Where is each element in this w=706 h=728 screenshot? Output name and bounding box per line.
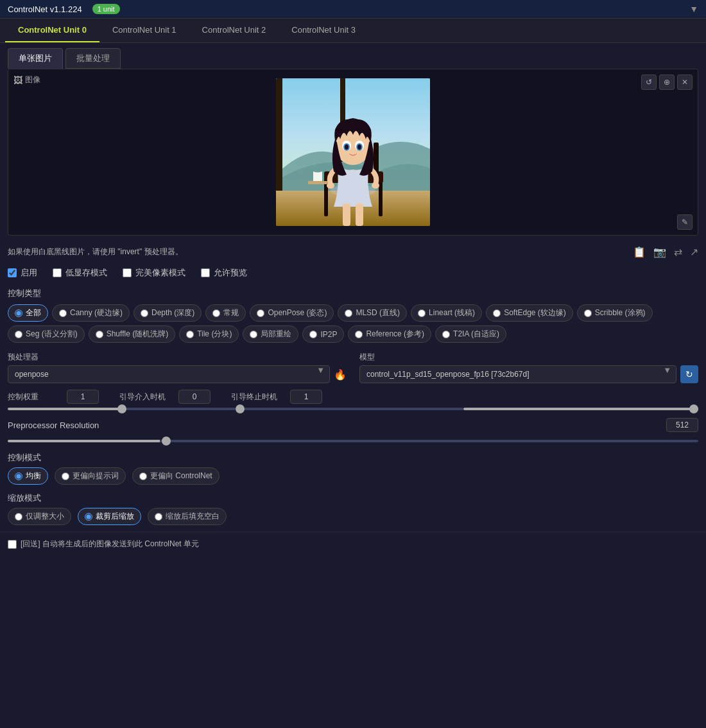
tab-unit-0[interactable]: ControlNet Unit 0: [5, 19, 99, 42]
resize-mode-crop[interactable]: 裁剪后缩放: [78, 508, 141, 525]
control-type-t2ia[interactable]: T2IA (自适应): [435, 325, 506, 343]
control-weight-value[interactable]: 1: [67, 390, 99, 404]
resize-mode-just-resize[interactable]: 仅调整大小: [8, 508, 71, 525]
tab-unit-2[interactable]: ControlNet Unit 2: [189, 19, 279, 42]
paste-icon[interactable]: 📋: [633, 246, 646, 258]
preprocessor-label: 预处理器: [8, 352, 347, 363]
low-vram-input[interactable]: [53, 268, 62, 277]
control-mode-balanced[interactable]: 均衡: [8, 467, 48, 485]
footer-divider: [0, 532, 706, 532]
guidance-end-slider[interactable]: [463, 408, 698, 410]
svg-point-17: [345, 144, 349, 150]
model-group: 模型 control_v11p_sd15_openpose_fp16 [73c2…: [359, 352, 698, 383]
sub-tab-batch[interactable]: 批量处理: [65, 48, 121, 69]
unit-badge: 1 unit: [92, 4, 120, 14]
allow-preview-checkbox[interactable]: 允许预览: [201, 267, 247, 279]
control-type-inpaint[interactable]: 局部重绘: [243, 325, 298, 343]
guidance-end-label: 引导终止时机: [231, 392, 282, 403]
rotate-icon[interactable]: ↺: [641, 74, 657, 90]
image-label: 🖼 图像: [13, 74, 40, 85]
preprocessor-select-wrap: openpose ▼ 🔥: [8, 365, 347, 383]
control-type-shuffle[interactable]: Shuffle (随机洗牌): [89, 325, 175, 343]
allow-preview-input[interactable]: [201, 268, 210, 277]
model-select[interactable]: control_v11p_sd15_openpose_fp16 [73c2b67…: [359, 365, 676, 383]
guidance-start-value[interactable]: 0: [178, 390, 211, 404]
camera2-icon[interactable]: 📷: [653, 246, 666, 258]
loopback-label: [回送] 自动将生成后的图像发送到此 ControlNet 单元: [21, 539, 199, 550]
enable-checkbox[interactable]: 启用: [8, 267, 37, 279]
tab-unit-3[interactable]: ControlNet Unit 3: [279, 19, 368, 42]
control-type-softedge[interactable]: SoftEdge (软边缘): [486, 304, 573, 322]
model-refresh-button[interactable]: ↻: [680, 365, 698, 383]
control-weight-label: 控制权重: [8, 392, 59, 403]
svg-rect-21: [308, 181, 327, 184]
control-type-grid: 全部 Canny (硬边缘) Depth (深度) 常规 OpenPose (姿…: [0, 302, 706, 348]
enable-input[interactable]: [8, 268, 17, 277]
hint-row: 如果使用白底黑线图片，请使用 "invert" 预处理器。 📋 📷 ⇄ ↗: [0, 241, 706, 263]
guidance-start-slider[interactable]: [236, 408, 463, 410]
perfect-pixel-checkbox[interactable]: 完美像素模式: [123, 267, 185, 279]
control-mode-group: 均衡 更偏向提示词 更偏向 ControlNet: [8, 467, 698, 485]
resize-mode-fill[interactable]: 缩放后填充空白: [148, 508, 227, 525]
tab-unit-1[interactable]: ControlNet Unit 1: [99, 19, 189, 42]
control-type-lineart[interactable]: Lineart (线稿): [411, 304, 482, 322]
svg-rect-5: [379, 178, 383, 216]
control-type-seg[interactable]: Seg (语义分割): [8, 325, 85, 343]
low-vram-checkbox[interactable]: 低显存模式: [53, 267, 107, 279]
fire-icon[interactable]: 🔥: [334, 368, 347, 381]
control-type-openpose[interactable]: OpenPose (姿态): [250, 304, 334, 322]
preprocessor-select[interactable]: openpose: [8, 365, 330, 383]
loopback-checkbox-input[interactable]: [8, 540, 17, 549]
preprocessor-res-label: Preprocessor Resolution: [8, 420, 99, 430]
control-mode-prompt[interactable]: 更偏向提示词: [55, 467, 126, 485]
model-label: 模型: [359, 352, 698, 363]
control-weight-slider[interactable]: [8, 408, 236, 410]
svg-point-18: [357, 144, 361, 150]
control-type-reference[interactable]: Reference (参考): [348, 325, 431, 343]
hint-icons: 📋 📷 ⇄ ↗: [633, 246, 698, 258]
guidance-start-label: 引导介入时机: [119, 392, 171, 403]
control-mode-controlnet[interactable]: 更偏向 ControlNet: [132, 467, 220, 485]
control-type-tile[interactable]: Tile (分块): [179, 325, 239, 343]
control-type-normal[interactable]: 常规: [205, 304, 246, 322]
header-arrow-icon[interactable]: ▼: [689, 4, 698, 14]
preprocessor-res-slider[interactable]: [8, 440, 698, 442]
control-type-scribble[interactable]: Scribble (涂鸦): [577, 304, 653, 322]
swap-icon[interactable]: ⇄: [674, 246, 682, 258]
control-type-ip2p[interactable]: IP2P: [302, 325, 344, 343]
main-sliders-row: 控制权重 1 引导介入时机 0 引导终止时机 1: [0, 387, 706, 415]
perfect-pixel-input[interactable]: [123, 268, 132, 277]
send-icon[interactable]: ↗: [690, 246, 698, 258]
model-select-wrap: control_v11p_sd15_openpose_fp16 [73c2b67…: [359, 365, 698, 383]
guidance-end-value[interactable]: 1: [290, 390, 322, 404]
control-type-canny[interactable]: Canny (硬边缘): [52, 304, 130, 322]
preprocessor-res-value[interactable]: 512: [666, 418, 698, 432]
uploaded-image: [276, 78, 430, 226]
svg-rect-20: [356, 204, 363, 226]
resize-mode-row: 缩放模式 仅调整大小 裁剪后缩放 缩放后填充空白: [0, 490, 706, 530]
preprocessor-group: 预处理器 openpose ▼ 🔥: [8, 352, 347, 383]
resize-mode-label: 缩放模式: [8, 492, 698, 504]
sub-tab-single[interactable]: 单张图片: [8, 48, 63, 69]
app-header: ControlNet v1.1.224 1 unit ▼: [0, 0, 706, 19]
control-type-all[interactable]: 全部: [8, 304, 48, 322]
preprocessor-model-row: 预处理器 openpose ▼ 🔥 模型 control_v11p_sd15_o…: [0, 348, 706, 387]
control-mode-label: 控制模式: [8, 452, 698, 464]
svg-rect-19: [343, 204, 350, 226]
svg-point-9: [327, 182, 334, 189]
close-icon[interactable]: ✕: [677, 74, 693, 90]
control-type-mlsd[interactable]: MLSD (直线): [338, 304, 407, 322]
image-panel[interactable]: 🖼 图像 ↺ ⊕ ✕: [8, 69, 698, 236]
sub-tabs: 单张图片 批量处理: [0, 43, 706, 69]
svg-point-10: [372, 182, 379, 189]
main-tabs: ControlNet Unit 0 ControlNet Unit 1 Cont…: [0, 19, 706, 43]
edit-icon[interactable]: ✎: [677, 214, 693, 230]
camera-icon[interactable]: ⊕: [659, 74, 675, 90]
mode-checkboxes: 启用 低显存模式 完美像素模式 允许预览: [0, 263, 706, 282]
control-type-depth[interactable]: Depth (深度): [133, 304, 202, 322]
control-mode-row: 控制模式 均衡 更偏向提示词 更偏向 ControlNet: [0, 449, 706, 490]
footer-checkbox-row: [回送] 自动将生成后的图像发送到此 ControlNet 单元: [0, 533, 706, 555]
hint-text: 如果使用白底黑线图片，请使用 "invert" 预处理器。: [8, 247, 183, 257]
preprocessor-res-row: Preprocessor Resolution 512: [0, 415, 706, 449]
sliders-header: 控制权重 1 引导介入时机 0 引导终止时机 1: [8, 390, 698, 404]
